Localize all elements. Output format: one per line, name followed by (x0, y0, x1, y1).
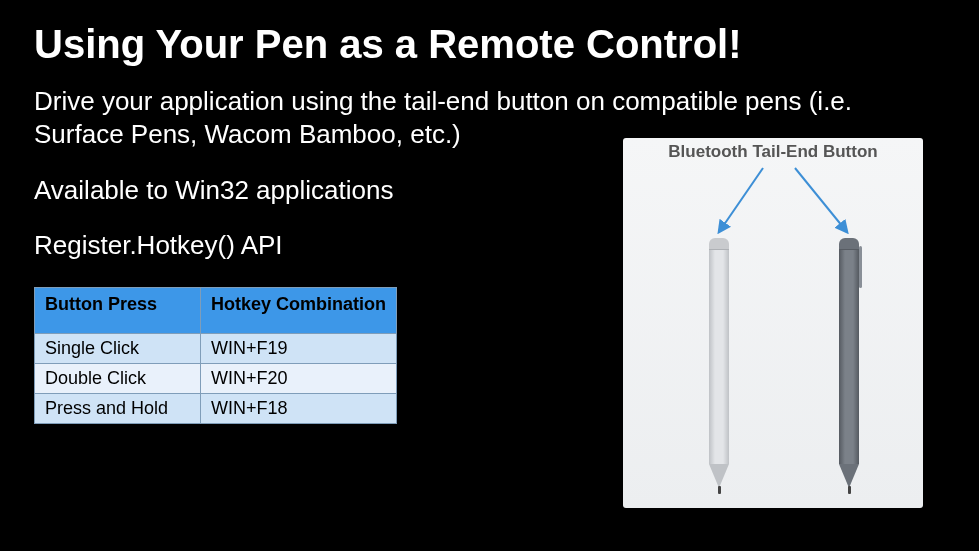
table-header-row: Button Press Hotkey Combination (35, 288, 397, 334)
pen-surface-icon (709, 238, 729, 494)
slide-title: Using Your Pen as a Remote Control! (34, 22, 945, 67)
slide: Using Your Pen as a Remote Control! Driv… (0, 0, 979, 551)
table-row: Double Click WIN+F20 (35, 363, 397, 393)
table-header-button-press: Button Press (35, 288, 201, 334)
cell-hotkey: WIN+F20 (201, 363, 397, 393)
arrows-icon (623, 162, 923, 240)
svg-line-0 (719, 168, 763, 232)
pen-panel-label: Bluetooth Tail-End Button (623, 142, 923, 162)
hotkey-table: Button Press Hotkey Combination Single C… (34, 287, 397, 424)
cell-press: Single Click (35, 333, 201, 363)
pen-bamboo-icon (839, 238, 859, 494)
svg-line-1 (795, 168, 847, 232)
table-header-hotkey: Hotkey Combination (201, 288, 397, 334)
table-row: Single Click WIN+F19 (35, 333, 397, 363)
pen-illustration-panel: Bluetooth Tail-End Button (623, 138, 923, 508)
cell-press: Press and Hold (35, 393, 201, 423)
table-row: Press and Hold WIN+F18 (35, 393, 397, 423)
cell-hotkey: WIN+F19 (201, 333, 397, 363)
cell-hotkey: WIN+F18 (201, 393, 397, 423)
cell-press: Double Click (35, 363, 201, 393)
